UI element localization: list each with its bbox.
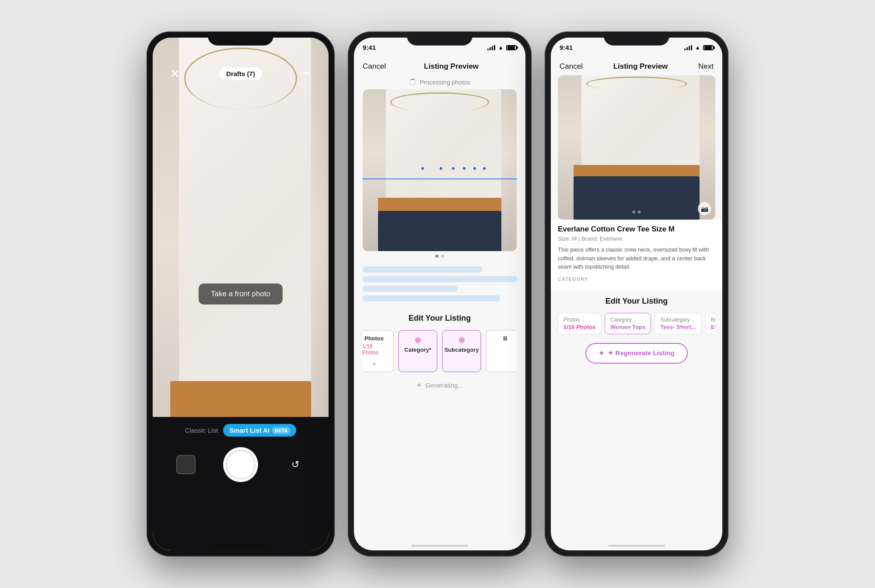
gallery-icon (176, 455, 196, 474)
close-icon: ✕ (170, 66, 180, 81)
scissors-icon: ✂ (302, 67, 311, 80)
signal-bar-3-4 (691, 45, 692, 50)
product-meta: Size: M | Brand: Everlane (558, 235, 715, 242)
edit-listing-section-2: Edit Your Listing Photos 1/16 Photos ⌄ ⊕… (354, 307, 525, 374)
skeleton-line-2 (363, 276, 517, 282)
product-description: This piece offers a classic crew neck, o… (558, 245, 715, 271)
tab-subcategory-2[interactable]: ⊕ Subcategory (442, 330, 481, 372)
front-photo-label: Take a front photo (199, 284, 283, 304)
signal-bar-3-2 (686, 47, 688, 50)
camera-bottom-bar: Classic List Smart List AI BETA ↺ (153, 417, 329, 550)
shutter-button[interactable] (223, 447, 258, 482)
edit-listing-title-3: Edit Your Listing (558, 297, 715, 306)
tab3-subcategory[interactable]: Subcategory ⌄ Tees- Short... (654, 313, 701, 334)
scissors-button[interactable]: ✂ (295, 62, 318, 85)
photo-dot-2 (441, 255, 444, 258)
tab-subcategory-label-2: Subcategory (444, 346, 479, 353)
scan-dot-3 (452, 167, 455, 170)
scan-chain (390, 92, 489, 112)
processing-text: Processing photos (420, 79, 470, 86)
phone-1-camera: Take a front photo ✕ Drafts (7) ✂ Classi… (147, 32, 335, 556)
signal-bar-1 (487, 49, 489, 50)
scan-dot-6 (483, 167, 486, 170)
battery-icon-3 (703, 45, 714, 50)
battery-icon-2 (506, 45, 517, 50)
gallery-button[interactable] (175, 453, 197, 476)
listing-image-container: 📷 (558, 75, 715, 220)
tab3-brand-label: Br ⌄ (711, 317, 715, 323)
skeleton-line-3 (363, 286, 457, 292)
rotate-icon: ↺ (291, 459, 299, 470)
tab-category-icon-2: ⊕ (415, 335, 421, 345)
battery-fill-3 (704, 46, 712, 49)
result-belt (574, 165, 700, 176)
tab3-brand-val: Ev (711, 324, 715, 330)
listing-photo-container (363, 89, 517, 251)
tab-category-2[interactable]: ⊕ Category* (398, 330, 438, 372)
signal-bar-3-3 (689, 46, 690, 50)
close-button[interactable]: ✕ (163, 62, 186, 85)
status-time-3: 9:41 (560, 44, 573, 51)
signal-bars-2 (487, 45, 495, 50)
home-indicator-2 (411, 545, 468, 547)
classic-list-label: Classic List (185, 427, 218, 434)
generating-bar: ✦ Generating... (354, 374, 525, 396)
product-title: Everlane Cotton Crew Tee Size M (558, 225, 715, 234)
tab-category-label-2: Category* (404, 346, 431, 353)
result-photo-dot-1 (633, 210, 636, 214)
status-bar-3: 9:41 ▲ (551, 38, 722, 53)
camera-corner-icon[interactable]: 📷 (698, 202, 711, 215)
regenerate-button[interactable]: ✦ ✦ Regenerate Listing (585, 343, 687, 364)
signal-bar-2 (490, 47, 491, 50)
scan-dot-2 (440, 167, 442, 170)
scan-jeans (378, 211, 501, 252)
rotate-button[interactable]: ↺ (284, 453, 307, 476)
tab-brand-label-2: B (503, 335, 507, 342)
generating-star: ✦ (416, 381, 422, 389)
status-time-2: 9:41 (363, 44, 376, 51)
signal-bar-3 (492, 46, 493, 50)
scan-line (363, 178, 517, 179)
signal-bar-4 (494, 45, 495, 50)
regen-star-icon: ✦ (598, 349, 604, 357)
status-bar-2: 9:41 ▲ (354, 38, 525, 53)
processing-bar: Processing photos (354, 75, 525, 89)
smart-list-toggle[interactable]: Smart List AI BETA (223, 424, 296, 437)
nav-title-3: Listing Preview (613, 62, 668, 71)
tab-brand-2[interactable]: B (486, 330, 517, 372)
tab3-category-val: Women Tops (610, 324, 645, 330)
signal-bars-3 (684, 45, 692, 50)
drafts-button[interactable]: Drafts (7) (219, 67, 262, 80)
tab-photos-2[interactable]: Photos 1/16 Photos ⌄ (363, 330, 394, 372)
tab3-subcategory-label: Subcategory ⌄ (660, 317, 696, 323)
category-label: CATEGORY (558, 276, 715, 282)
phone-2-processing: 9:41 ▲ Cancel Listing Pre (348, 32, 532, 556)
scan-dot-1 (421, 167, 424, 170)
battery-fill-2 (508, 46, 515, 49)
cancel-button-2[interactable]: Cancel (363, 62, 386, 71)
tab3-category-label: Category ⌄ (610, 317, 645, 323)
tab3-photos[interactable]: Photos ⌄ 1/16 Photos (558, 313, 601, 334)
tab3-category[interactable]: Category ⌄ Women Tops (605, 313, 651, 334)
regenerate-label: ✦ Regenerate Listing (608, 349, 674, 357)
scan-belt (378, 198, 501, 211)
shutter-inner (226, 450, 256, 480)
cancel-button-3[interactable]: Cancel (560, 62, 583, 71)
tab-photos-label-2: Photos (364, 335, 384, 342)
status-icons-3: ▲ (684, 44, 714, 51)
phone1-notch (208, 32, 273, 46)
skeleton-line-4 (363, 295, 500, 301)
next-button-3[interactable]: Next (698, 62, 714, 71)
belt-element (170, 381, 311, 422)
result-photo-dot-2 (638, 210, 641, 214)
skeleton-line-1 (363, 266, 483, 273)
tab3-photos-val: 1/16 Photos (564, 324, 595, 330)
result-photo-dots (633, 207, 641, 217)
home-indicator-3 (608, 545, 665, 547)
signal-bar-3-1 (684, 49, 686, 50)
tab3-brand[interactable]: Br ⌄ Ev (705, 313, 715, 334)
generating-text: Generating... (425, 382, 463, 389)
home-indicator (212, 545, 269, 547)
edit-listing-section-3: Edit Your Listing Photos ⌄ 1/16 Photos C… (551, 290, 722, 336)
beta-badge: BETA (272, 427, 290, 434)
